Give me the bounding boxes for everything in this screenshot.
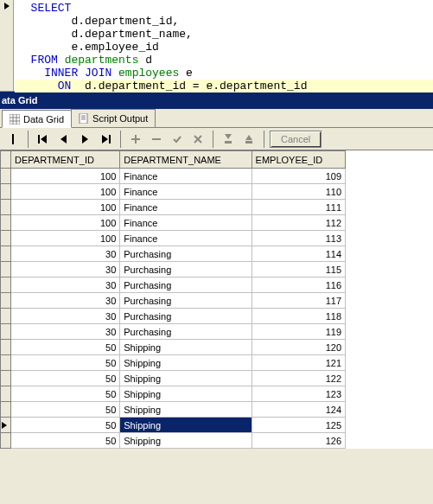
table-row[interactable]: 30Purchasing114 [1, 246, 346, 262]
export-button[interactable] [219, 130, 238, 149]
cell-dept-name[interactable]: Finance [120, 231, 252, 246]
cell-dept-name[interactable]: Purchasing [120, 293, 252, 309]
cell-dept-id[interactable]: 30 [11, 293, 120, 309]
cell-dept-name[interactable]: Purchasing [120, 309, 252, 324]
cancel-edit-button[interactable] [188, 130, 207, 149]
last-record-button[interactable] [96, 130, 115, 149]
cell-dept-id[interactable]: 50 [11, 355, 120, 371]
cell-dept-name[interactable]: Purchasing [120, 262, 252, 278]
cell-emp-id[interactable]: 111 [252, 200, 345, 215]
cell-emp-id[interactable]: 120 [252, 340, 345, 355]
table-row[interactable]: 50Shipping125 [1, 418, 346, 433]
cancel-button[interactable]: Cancel [270, 131, 322, 148]
tab-data-grid[interactable]: Data Grid [2, 110, 72, 128]
cell-dept-name[interactable]: Shipping [120, 418, 252, 433]
table-row[interactable]: 50Shipping126 [1, 433, 346, 449]
cell-dept-id[interactable]: 50 [11, 340, 120, 355]
sql-editor[interactable]: SELECT d.department_id, d.department_nam… [0, 0, 433, 92]
cell-dept-id[interactable]: 30 [11, 262, 120, 278]
row-indicator[interactable] [1, 355, 11, 371]
table-row[interactable]: 30Purchasing118 [1, 309, 346, 324]
table-row[interactable]: 50Shipping123 [1, 386, 346, 402]
cell-emp-id[interactable]: 119 [252, 324, 345, 340]
cell-dept-id[interactable]: 30 [11, 278, 120, 293]
row-indicator[interactable] [1, 340, 11, 355]
row-indicator[interactable] [1, 293, 11, 309]
cell-dept-name[interactable]: Shipping [120, 371, 252, 386]
cell-dept-name[interactable]: Finance [120, 184, 252, 200]
cell-emp-id[interactable]: 114 [252, 246, 345, 262]
cell-dept-id[interactable]: 30 [11, 309, 120, 324]
row-indicator[interactable] [1, 309, 11, 324]
table-row[interactable]: 50Shipping122 [1, 371, 346, 386]
cell-dept-id[interactable]: 50 [11, 418, 120, 433]
cell-dept-id[interactable]: 100 [11, 184, 120, 200]
cell-emp-id[interactable]: 124 [252, 402, 345, 418]
cell-emp-id[interactable]: 125 [252, 418, 345, 433]
col-employee-id[interactable]: EMPLOYEE_ID [252, 151, 345, 169]
row-indicator[interactable] [1, 418, 11, 433]
post-edit-button[interactable] [168, 130, 187, 149]
cell-dept-name[interactable]: Shipping [120, 386, 252, 402]
cell-dept-name[interactable]: Purchasing [120, 278, 252, 293]
col-department-name[interactable]: DEPARTMENT_NAME [120, 151, 252, 169]
cell-emp-id[interactable]: 122 [252, 371, 345, 386]
cell-dept-name[interactable]: Shipping [120, 340, 252, 355]
cell-dept-id[interactable]: 50 [11, 433, 120, 449]
next-record-button[interactable] [75, 130, 94, 149]
row-indicator[interactable] [1, 371, 11, 386]
table-row[interactable]: 100Finance113 [1, 231, 346, 246]
table-row[interactable]: 30Purchasing117 [1, 293, 346, 309]
table-row[interactable]: 50Shipping120 [1, 340, 346, 355]
cell-dept-id[interactable]: 50 [11, 371, 120, 386]
cell-dept-id[interactable]: 100 [11, 215, 120, 231]
pipe-icon[interactable] [3, 130, 22, 149]
cell-dept-name[interactable]: Purchasing [120, 324, 252, 340]
row-indicator[interactable] [1, 402, 11, 418]
table-row[interactable]: 30Purchasing116 [1, 278, 346, 293]
cell-emp-id[interactable]: 115 [252, 262, 345, 278]
sql-code[interactable]: SELECT d.department_id, d.department_nam… [17, 2, 307, 93]
row-indicator[interactable] [1, 433, 11, 449]
cell-dept-name[interactable]: Shipping [120, 355, 252, 371]
cell-emp-id[interactable]: 116 [252, 278, 345, 293]
insert-record-button[interactable] [126, 130, 145, 149]
cell-emp-id[interactable]: 109 [252, 169, 345, 184]
cell-emp-id[interactable]: 110 [252, 184, 345, 200]
row-indicator[interactable] [1, 184, 11, 200]
row-indicator[interactable] [1, 215, 11, 231]
row-indicator[interactable] [1, 200, 11, 215]
delete-record-button[interactable] [147, 130, 166, 149]
cell-dept-id[interactable]: 30 [11, 246, 120, 262]
cell-dept-id[interactable]: 100 [11, 231, 120, 246]
table-row[interactable]: 100Finance111 [1, 200, 346, 215]
cell-dept-id[interactable]: 50 [11, 386, 120, 402]
row-indicator[interactable] [1, 324, 11, 340]
cell-emp-id[interactable]: 118 [252, 309, 345, 324]
row-indicator[interactable] [1, 278, 11, 293]
row-indicator[interactable] [1, 246, 11, 262]
cell-emp-id[interactable]: 112 [252, 215, 345, 231]
col-department-id[interactable]: DEPARTMENT_ID [11, 151, 120, 169]
cell-dept-name[interactable]: Finance [120, 200, 252, 215]
cell-dept-name[interactable]: Shipping [120, 433, 252, 449]
cell-emp-id[interactable]: 126 [252, 433, 345, 449]
cell-dept-name[interactable]: Shipping [120, 402, 252, 418]
table-row[interactable]: 100Finance109 [1, 169, 346, 184]
data-grid[interactable]: DEPARTMENT_ID DEPARTMENT_NAME EMPLOYEE_I… [0, 150, 433, 449]
cell-dept-name[interactable]: Purchasing [120, 246, 252, 262]
cell-dept-name[interactable]: Finance [120, 169, 252, 184]
tab-script-output[interactable]: Script Output [71, 109, 156, 127]
cell-emp-id[interactable]: 117 [252, 293, 345, 309]
row-indicator[interactable] [1, 386, 11, 402]
table-row[interactable]: 30Purchasing119 [1, 324, 346, 340]
cell-emp-id[interactable]: 123 [252, 386, 345, 402]
row-indicator[interactable] [1, 262, 11, 278]
cell-dept-name[interactable]: Finance [120, 215, 252, 231]
import-button[interactable] [239, 130, 258, 149]
row-indicator[interactable] [1, 169, 11, 184]
cell-emp-id[interactable]: 121 [252, 355, 345, 371]
cell-dept-id[interactable]: 50 [11, 402, 120, 418]
table-row[interactable]: 30Purchasing115 [1, 262, 346, 278]
table-row[interactable]: 100Finance112 [1, 215, 346, 231]
